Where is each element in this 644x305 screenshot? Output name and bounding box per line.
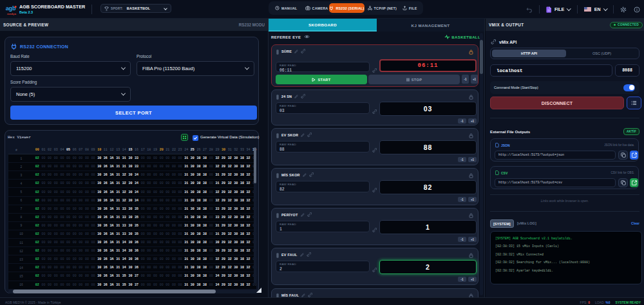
svg-text:medya: medya [7, 12, 16, 15]
svg-text:agb: agb [6, 5, 16, 12]
